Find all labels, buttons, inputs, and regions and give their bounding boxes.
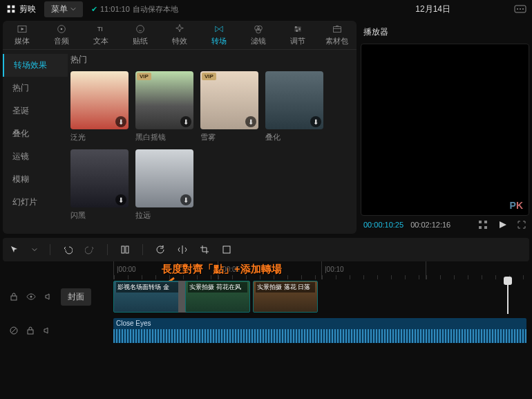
eye-icon[interactable] bbox=[26, 293, 36, 301]
tab-text[interactable]: TI文本 bbox=[82, 21, 121, 49]
sidebar-item-christmas[interactable]: 圣诞 bbox=[3, 100, 68, 122]
timeline-toolbar bbox=[3, 238, 529, 261]
player-preview[interactable]: PK bbox=[361, 44, 529, 216]
chevron-down-icon bbox=[70, 6, 76, 12]
frame-button[interactable] bbox=[222, 245, 231, 254]
download-icon[interactable]: ⬇ bbox=[245, 116, 256, 127]
thumb: ⬇ bbox=[70, 149, 129, 207]
disable-icon[interactable] bbox=[10, 326, 18, 335]
thumb: ⬇ bbox=[70, 71, 129, 129]
svg-rect-17 bbox=[484, 221, 487, 223]
media-icon bbox=[17, 24, 28, 35]
sidebar-item-effects[interactable]: 转场效果 bbox=[3, 54, 68, 77]
pack-icon bbox=[332, 24, 343, 35]
window-button[interactable] bbox=[514, 5, 526, 13]
app-name: 剪映 bbox=[19, 3, 36, 15]
thumb: ⬇ bbox=[265, 71, 323, 129]
category-tabs: 媒体 音频 TI文本 贴纸 特效 转场 滤镜 调节 素材包 bbox=[3, 21, 357, 50]
video-track[interactable]: 影视名场面转场 金 实景拍摄 荷花在风 实景拍摄 落花 日落 bbox=[113, 279, 529, 314]
svg-rect-21 bbox=[126, 246, 129, 253]
mirror-button[interactable] bbox=[178, 245, 187, 254]
section-title: 热门 bbox=[70, 54, 357, 66]
sidebar-item-camera[interactable]: 运镜 bbox=[3, 145, 68, 168]
download-icon[interactable]: ⬇ bbox=[115, 116, 126, 127]
tab-transition[interactable]: 转场 bbox=[199, 21, 238, 49]
svg-rect-26 bbox=[28, 330, 33, 334]
sidebar-item-hot[interactable]: 热门 bbox=[3, 77, 68, 100]
playhead[interactable] bbox=[507, 281, 509, 314]
svg-point-1 bbox=[517, 8, 518, 10]
text-icon: TI bbox=[95, 24, 106, 35]
svg-rect-20 bbox=[122, 246, 124, 253]
undo-button[interactable] bbox=[63, 245, 73, 254]
svg-point-13 bbox=[298, 28, 301, 30]
download-icon[interactable]: ⬇ bbox=[180, 194, 191, 205]
sidebar-item-dissolve[interactable]: 叠化 bbox=[3, 122, 68, 145]
svg-point-24 bbox=[30, 296, 32, 298]
cover-button[interactable]: 封面 bbox=[61, 288, 91, 306]
tab-effect[interactable]: 特效 bbox=[160, 21, 200, 49]
svg-rect-23 bbox=[11, 296, 17, 300]
rotate-button[interactable] bbox=[155, 245, 165, 254]
tab-filter[interactable]: 滤镜 bbox=[238, 21, 278, 49]
transition-card[interactable]: ⬇ 闪黑 bbox=[70, 149, 129, 221]
split-button[interactable] bbox=[120, 245, 130, 254]
svg-rect-15 bbox=[333, 27, 341, 33]
tab-adjust[interactable]: 调节 bbox=[278, 21, 317, 49]
waveform bbox=[113, 329, 526, 343]
svg-rect-18 bbox=[479, 226, 482, 229]
play-button[interactable] bbox=[497, 220, 507, 230]
autosave-status: ✔ 11:01:10 自动保存本地 bbox=[91, 4, 178, 15]
svg-point-6 bbox=[61, 28, 63, 30]
video-clip[interactable]: 影视名场面转场 金 bbox=[113, 281, 182, 313]
mute-icon[interactable] bbox=[43, 326, 51, 335]
transition-card[interactable]: VIP⬇ 黑白摇镜 bbox=[135, 71, 193, 142]
tutorial-annotation: 長度對齊「點」+添加轉場 bbox=[162, 263, 282, 276]
lock-icon[interactable] bbox=[10, 293, 18, 301]
tab-audio[interactable]: 音频 bbox=[42, 21, 82, 49]
sidebar-item-slide[interactable]: 幻灯片 bbox=[3, 191, 68, 214]
transition-card[interactable]: VIP⬇ 雪雾 bbox=[200, 71, 258, 142]
audio-icon bbox=[56, 24, 67, 35]
svg-rect-22 bbox=[223, 246, 230, 253]
fullscreen-icon[interactable] bbox=[517, 220, 526, 230]
video-clip[interactable]: 实景拍摄 荷花在风 bbox=[185, 281, 250, 313]
current-time: 00:00:10:25 bbox=[363, 221, 403, 229]
mute-icon[interactable] bbox=[44, 293, 53, 301]
tab-media[interactable]: 媒体 bbox=[3, 21, 42, 49]
download-icon[interactable]: ⬇ bbox=[180, 116, 191, 127]
grid-view-icon[interactable] bbox=[478, 220, 488, 230]
redo-button[interactable] bbox=[85, 245, 95, 254]
tab-sticker[interactable]: 贴纸 bbox=[121, 21, 160, 49]
effect-icon bbox=[174, 24, 185, 35]
lock-icon[interactable] bbox=[26, 326, 35, 335]
svg-point-14 bbox=[296, 30, 298, 32]
check-icon: ✔ bbox=[91, 5, 97, 14]
download-icon[interactable]: ⬇ bbox=[310, 116, 321, 127]
watermark: PK bbox=[510, 200, 523, 211]
transition-sidebar: 转场效果 热门 圣诞 叠化 运镜 模糊 幻灯片 bbox=[3, 50, 68, 234]
transition-card[interactable]: ⬇ 叠化 bbox=[265, 71, 323, 142]
sidebar-item-blur[interactable]: 模糊 bbox=[3, 168, 68, 191]
chevron-down-icon[interactable] bbox=[32, 247, 37, 252]
download-icon[interactable]: ⬇ bbox=[115, 194, 126, 205]
audio-clip[interactable]: Close Eyes bbox=[113, 318, 526, 343]
menu-button[interactable]: 菜单 bbox=[44, 1, 83, 17]
svg-point-3 bbox=[522, 8, 524, 10]
video-clip[interactable]: 实景拍摄 落花 日落 bbox=[253, 281, 318, 313]
svg-point-10 bbox=[257, 26, 262, 30]
thumb: VIP⬇ bbox=[135, 71, 193, 129]
transition-card[interactable]: ⬇ 泛光 bbox=[70, 71, 129, 142]
app-logo: 剪映 bbox=[6, 3, 36, 15]
duration: 00:02:12:16 bbox=[410, 221, 450, 229]
transition-icon bbox=[213, 24, 225, 35]
crop-button[interactable] bbox=[200, 245, 209, 254]
svg-point-2 bbox=[520, 8, 521, 10]
filter-icon bbox=[253, 24, 264, 35]
vip-badge: VIP bbox=[137, 73, 151, 80]
transition-card[interactable]: ⬇ 拉远 bbox=[135, 149, 193, 221]
tab-pack[interactable]: 素材包 bbox=[317, 21, 357, 49]
audio-track[interactable]: Close Eyes bbox=[113, 317, 529, 344]
keyboard-icon bbox=[514, 5, 526, 13]
pointer-tool[interactable] bbox=[10, 245, 19, 254]
